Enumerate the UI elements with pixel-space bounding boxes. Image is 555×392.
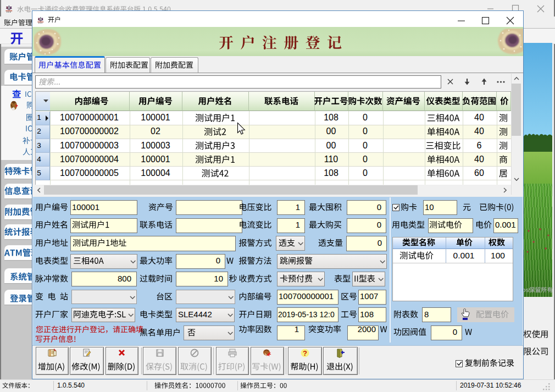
- svg-text:?: ?: [303, 349, 307, 357]
